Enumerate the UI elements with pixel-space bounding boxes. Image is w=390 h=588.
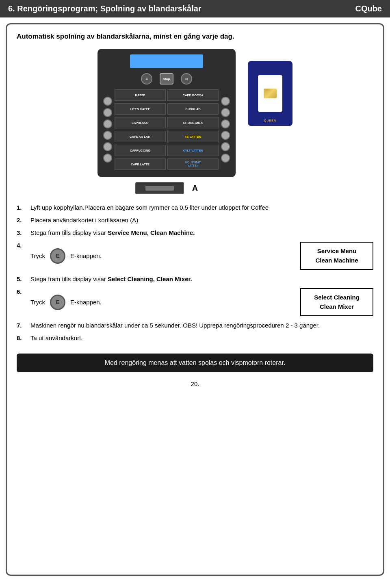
step-7-num: 7. [17,322,26,329]
btn-cafe-latte [103,154,112,163]
btn-kolsyrat-vatten [221,154,230,163]
display-line1-step6: Select Cleaning [308,293,365,302]
btn-kylt-vatten [221,142,230,151]
label-liten-kaffe: LITEN KAFFE [115,103,166,115]
step-4: 4. Tryck E E-knappen. Service Menu Clean… [17,242,373,270]
step-6-tryck: Tryck [30,299,45,306]
step-2-num: 2. [17,217,26,223]
label-te-vatten: TE VATTEN [167,131,219,142]
step-8: 8. Ta ut användarkort. [17,334,373,341]
step-6-num: 6. [17,288,26,295]
label-kylt-vatten: KYLT VATTEN [167,145,219,156]
label-espresso: ESPRESSO [115,117,166,128]
machine-controls: ⇊ stop ⇉ [141,73,192,85]
step-1-text: Lyft upp kopphyllan.Placera en bägare so… [30,204,373,211]
btn-kaffe [103,97,112,106]
card-reader: QUEEN [248,61,292,126]
btn-choklad [221,108,230,117]
display-box-step6: Select Cleaning Clean Mixer [300,288,373,316]
btn-cafe-mocca [221,97,230,106]
step-5-bold: Select Cleaning, Clean Mixer. [108,276,192,282]
step-4-content: Tryck E E-knappen. Service Menu Clean Ma… [30,242,373,270]
step-6-content: Tryck E E-knappen. Select Cleaning Clean… [30,288,373,316]
label-cafe-mocca: CAFÉ MOCCA [167,89,219,101]
display-line1-step4: Service Menu [308,247,365,256]
main-content: Automatisk spolning av blandarskålarna, … [6,23,384,576]
step-6: 6. Tryck E E-knappen. Select Cleaning Cl… [17,288,373,316]
btn-cafe-au-lait [103,131,112,140]
step-5-text: Stega fram tills display visar Select Cl… [30,276,373,282]
btn-cappuccino [103,142,112,151]
center-labels: KAFFE LITEN KAFFE ESPRESSO CAFÉ AU LAIT … [115,89,219,170]
step-3-bold: Service Menu, Clean Machine. [108,229,195,236]
btn-espresso [103,119,112,128]
step-6-inline: Tryck E E-knappen. [30,295,300,310]
card-text-queen: QUEEN [264,119,276,122]
step-3-num: 3. [17,229,26,236]
label-choco-milk: CHOCO-MILK [167,117,219,128]
instructions: 1. Lyft upp kopphyllan.Placera en bägare… [17,204,373,341]
display-line2-step4: Clean Machine [308,256,365,265]
display-line2-step6: Clean Mixer [308,302,365,312]
label-cafe-au-lait: CAFÉ AU LAIT [115,131,166,142]
chip-gold [264,89,277,98]
header-bar: 6. Rengöringsprogram; Spolning av blanda… [0,0,390,17]
step-1: 1. Lyft upp kopphyllan.Placera en bägare… [17,204,373,211]
card-slot-area: A [135,182,198,194]
label-cafe-latte: CAFÉ LATTE [115,158,166,170]
right-buttons-column [221,97,230,163]
e-button-step6: E [50,295,65,310]
label-choklad: CHOKLAD [167,103,219,115]
step-6-eknapp: E-knappen. [70,299,102,306]
label-cappuccino: CAPPUCCINO [115,145,166,156]
step-8-num: 8. [17,334,26,341]
e-button-step4: E [50,248,65,264]
footer-note: Med rengöring menas att vatten spolas oc… [17,354,373,372]
display-box-step4: Service Menu Clean Machine [300,242,373,270]
step-3-plain: Stega fram tills display visar [30,229,108,236]
stop-btn: stop [160,73,173,85]
step-5: 5. Stega fram tills display visar Select… [17,276,373,282]
card-chip [258,75,282,112]
step-1-num: 1. [17,204,26,211]
step-7: 7. Maskinen rengör nu blandarskålar unde… [17,322,373,329]
card-slot [135,182,184,194]
step-4-tryck: Tryck [30,252,45,259]
intro-text: Automatisk spolning av blandarskålarna, … [17,33,373,41]
header-title: 6. Rengöringsprogram; Spolning av blanda… [8,4,202,13]
right-nav-btn: ⇉ [181,73,192,85]
btn-te-vatten [221,131,230,140]
step-2-text: Placera användarkortet i kortläsaren (A) [30,217,373,223]
left-buttons-column [103,97,112,163]
step-2: 2. Placera användarkortet i kortläsaren … [17,217,373,223]
step-3: 3. Stega fram tills display visar Servic… [17,229,373,236]
step-5-plain: Stega fram tills display visar [30,276,108,282]
page-number: 20. [17,380,373,387]
step-4-eknapp: E-knappen. [70,252,102,259]
step-8-text: Ta ut användarkort. [30,334,373,341]
btn-liten-kaffe [103,108,112,117]
label-A: A [192,184,198,193]
step-4-num: 4. [17,242,26,249]
col-right-labels: CAFÉ MOCCA CHOKLAD CHOCO-MILK TE VATTEN … [167,89,219,170]
coffee-machine-panel: ⇊ stop ⇉ [98,49,236,177]
step-3-text: Stega fram tills display visar Service M… [30,229,373,236]
header-brand: CQube [355,4,382,13]
btn-choco-milk [221,119,230,128]
step-5-num: 5. [17,276,26,282]
machine-display [130,54,203,68]
left-nav-btn: ⇊ [141,73,152,85]
step-4-inline: Tryck E E-knappen. [30,248,300,264]
machine-area: ⇊ stop ⇉ [17,49,373,194]
label-kaffe: KAFFE [115,89,166,101]
label-kolsyrat-vatten: KOLSYRATVATTEN [167,158,219,170]
step-7-text: Maskinen rengör nu blandarskålar under c… [30,322,373,329]
card-slot-inner [145,186,174,191]
col-left-labels: KAFFE LITEN KAFFE ESPRESSO CAFÉ AU LAIT … [115,89,166,170]
